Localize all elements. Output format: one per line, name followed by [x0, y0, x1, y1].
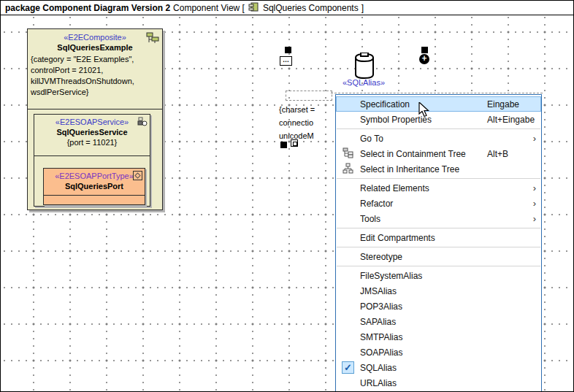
porttype-stereotype: «E2ESOAPPortType»	[44, 171, 145, 181]
menu-separator	[337, 178, 540, 179]
menu-item-urlalias[interactable]: URLAlias	[336, 375, 541, 391]
porttype-empty-compartment	[44, 196, 145, 204]
service-property: {port = 11021}	[34, 137, 150, 148]
soap-port-type-box[interactable]: «E2ESOAPPortType» SqlQueriesPort	[43, 168, 145, 205]
sqlalias-tagged-values[interactable]: {charset = connectio unicodeM	[279, 103, 315, 142]
service-name: SqlQueriesService	[34, 127, 150, 137]
menu-item-tools[interactable]: Tools ›	[336, 211, 541, 226]
menu-separator	[337, 128, 540, 129]
soap-service-box[interactable]: «E2ESOAPService» SqlQueriesService {port…	[34, 114, 150, 207]
porttype-name: SqlQueriesPort	[44, 181, 145, 191]
diagram-name-label: SqlQueries Components	[263, 3, 359, 13]
menu-item-go-to[interactable]: Go To ›	[336, 131, 541, 146]
context-menu: Specification Eingabe Symbol Properties …	[335, 94, 542, 392]
selection-handle-top-right[interactable]	[421, 47, 428, 53]
menu-item-label: SAPAlias	[360, 317, 487, 327]
menu-item-refactor[interactable]: Refactor ›	[336, 196, 541, 211]
menu-item-smtpalias[interactable]: SMTPAlias	[336, 329, 541, 345]
menu-item-label: Tools	[360, 214, 487, 224]
menu-item-label: URLAlias	[360, 378, 487, 388]
menu-item-soapalias[interactable]: SOAPAlias	[336, 345, 541, 360]
selection-dashed-top-edge	[331, 93, 543, 93]
menu-item-filesystemalias[interactable]: FileSystemAlias	[336, 268, 541, 283]
menu-item-shortcut: Alt+Eingabe	[487, 115, 535, 125]
diagram-canvas[interactable]: package Component Diagram Version 2 Comp…	[0, 0, 574, 392]
menu-item-label: SOAPAlias	[360, 347, 487, 358]
menu-item-label: JMSAlias	[360, 286, 487, 296]
menu-separator	[337, 247, 540, 247]
composite-property: wsdlPerService}	[31, 87, 159, 98]
menu-item-select-in-containment-tree[interactable]: Select in Containment Tree Alt+B	[336, 146, 541, 161]
containment-tree-icon	[343, 147, 354, 161]
component-diagram-icon	[248, 2, 259, 14]
diagram-bracket-close: ]	[361, 3, 364, 13]
composite-property: killJVMThreadsOnShutdown,	[31, 76, 159, 87]
porttype-icon	[133, 171, 142, 182]
checkmark-icon: ✓	[342, 361, 354, 374]
service-stereotype: «E2ESOAPService»	[34, 117, 150, 127]
menu-item-shortcut: Alt+B	[487, 149, 524, 159]
menu-item-label: FileSystemAlias	[360, 271, 487, 281]
submenu-arrow-icon: ›	[524, 198, 541, 209]
menu-item-edit-compartments[interactable]: Edit Compartments	[336, 230, 541, 245]
composite-name: SqlQueriesExample	[28, 42, 162, 53]
composite-property: {category = "E2E Examples",	[31, 54, 159, 65]
diagram-kind-label: package Component Diagram Version 2	[5, 3, 170, 13]
menu-separator	[337, 266, 540, 266]
diagram-view-label: Component View [	[173, 3, 245, 13]
submenu-arrow-icon: ›	[524, 213, 541, 224]
composite-icon	[145, 31, 160, 45]
tagged-value-line: connectio	[279, 116, 315, 129]
menu-item-specification[interactable]: Specification Eingabe	[336, 96, 541, 112]
add-port-manipulator-icon[interactable]: +	[419, 54, 429, 64]
inheritance-tree-icon	[343, 163, 353, 176]
menu-item-label: Select in Containment Tree	[360, 149, 487, 159]
tagged-value-line: {charset =	[279, 103, 315, 116]
selection-handle-bottom-left[interactable]	[280, 142, 287, 148]
menu-item-related-elements[interactable]: Related Elements ›	[336, 180, 541, 196]
service-icon	[137, 117, 148, 128]
menu-item-label: Specification	[360, 99, 487, 109]
menu-item-label: Edit Compartments	[360, 233, 487, 243]
composite-stereotype: «E2EComposite»	[28, 32, 162, 42]
menu-item-select-in-inheritance-tree[interactable]: Select in Inheritance Tree	[336, 161, 541, 177]
menu-item-label: Go To	[360, 134, 487, 144]
menu-item-label: Select in Inheritance Tree	[360, 164, 487, 174]
composite-component-box[interactable]: «E2EComposite» SqlQueriesExample {catego…	[27, 28, 163, 210]
selection-dashed-box	[286, 91, 332, 101]
menu-item-sqlalias[interactable]: ✓ SQLAlias	[336, 360, 541, 375]
menu-item-symbol-properties[interactable]: Symbol Properties Alt+Eingabe	[336, 112, 541, 127]
menu-item-label: Stereotype	[360, 252, 487, 262]
sqlalias-stereotype-label[interactable]: «SQLAlias»	[331, 78, 397, 87]
submenu-arrow-icon: ›	[524, 133, 541, 144]
menu-item-label: Related Elements	[360, 183, 487, 193]
menu-item-shortcut: Eingabe	[487, 99, 524, 109]
menu-item-stereotype[interactable]: Stereotype	[336, 249, 541, 264]
compartments-manipulator-icon[interactable]: …	[280, 56, 292, 66]
menu-item-label: Symbol Properties	[360, 115, 487, 125]
composite-property: controlPort = 21021,	[31, 65, 159, 76]
menu-item-label: SMTPAlias	[360, 332, 487, 342]
selection-handle-top-left[interactable]	[285, 47, 291, 53]
menu-item-jmsalias[interactable]: JMSAlias	[336, 283, 541, 299]
menu-item-pop3alias[interactable]: POP3Alias	[336, 299, 541, 314]
tagged-value-line: unicodeM	[279, 129, 315, 142]
menu-item-label: POP3Alias	[360, 301, 487, 312]
menu-separator	[337, 228, 540, 228]
menu-item-sapalias[interactable]: SAPAlias	[336, 314, 541, 329]
menu-item-label: SQLAlias	[360, 363, 487, 373]
diagram-frame-header: package Component Diagram Version 2 Comp…	[1, 1, 573, 15]
submenu-arrow-icon: ›	[524, 182, 541, 193]
menu-item-label: Refactor	[360, 199, 487, 209]
